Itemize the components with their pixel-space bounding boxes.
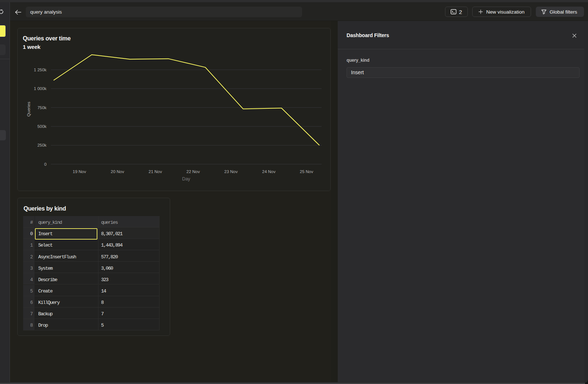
svg-text:Queries: Queries (26, 102, 31, 117)
svg-text:24 Nov: 24 Nov (262, 169, 276, 174)
svg-text:1 250k: 1 250k (34, 68, 47, 72)
svg-text:22 Nov: 22 Nov (186, 169, 200, 174)
svg-text:25 Nov: 25 Nov (300, 169, 313, 174)
svg-text:21 Nov: 21 Nov (148, 169, 162, 174)
svg-text:23 Nov: 23 Nov (224, 169, 238, 174)
svg-text:Day: Day (182, 176, 190, 182)
svg-text:19 Nov: 19 Nov (73, 169, 86, 174)
svg-text:0: 0 (44, 162, 46, 166)
svg-text:1 000k: 1 000k (34, 86, 47, 91)
svg-text:500k: 500k (37, 124, 47, 129)
svg-text:750k: 750k (37, 105, 47, 110)
svg-text:250k: 250k (37, 143, 47, 147)
svg-text:20 Nov: 20 Nov (111, 169, 124, 174)
